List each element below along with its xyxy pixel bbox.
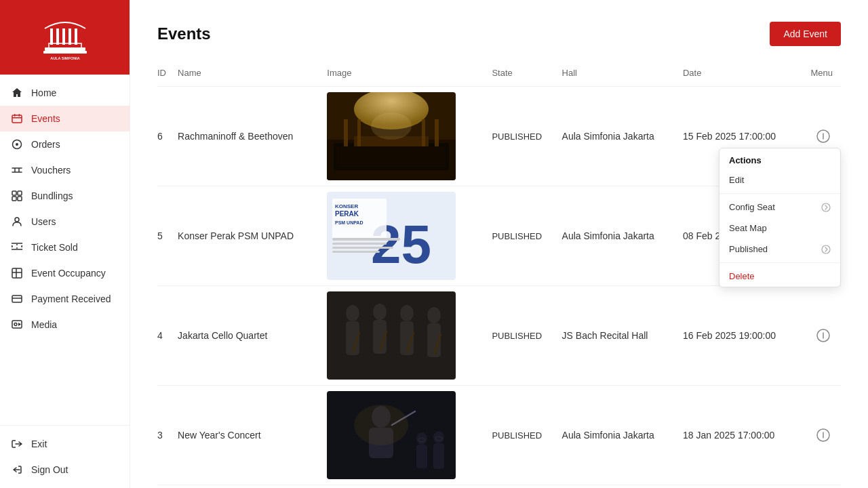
- context-menu-edit[interactable]: Edit: [719, 169, 840, 190]
- sidebar-item-media[interactable]: Media: [0, 312, 130, 338]
- sidebar-item-ticket-sold-label: Ticket Sold: [31, 242, 78, 253]
- svg-point-72: [416, 432, 427, 445]
- sidebar-item-event-occupancy[interactable]: Event Occupancy: [0, 260, 130, 286]
- new-year-image: [327, 391, 456, 479]
- svg-rect-49: [332, 251, 380, 253]
- sidebar-item-ticket-sold[interactable]: Ticket Sold: [0, 235, 130, 260]
- event-image-1: 25 KONSER PERAK PSM UNPAD: [327, 192, 456, 280]
- context-menu-seat-map-label: Seat Map: [729, 223, 767, 233]
- svg-rect-17: [12, 197, 16, 201]
- occupancy-icon: [11, 267, 23, 279]
- event-image-cell: 25 KONSER PERAK PSM UNPAD: [327, 186, 492, 286]
- svg-rect-73: [416, 445, 427, 468]
- context-menu-published[interactable]: Published: [719, 239, 840, 260]
- event-image-3: [327, 391, 456, 479]
- cello-quartet-image: [327, 291, 456, 380]
- concert-hall-image: [327, 92, 456, 180]
- context-menu: Actions Edit Config Seat Seat Map Publis…: [719, 148, 841, 287]
- payment-icon: [11, 293, 23, 305]
- event-image-0: [327, 92, 456, 180]
- col-hall: Hall: [562, 62, 683, 87]
- event-image-cell: [327, 286, 492, 386]
- sidebar-item-payment-received[interactable]: Payment Received: [0, 286, 130, 312]
- svg-rect-33: [344, 119, 348, 146]
- row-menu-button-0[interactable]: [814, 127, 833, 146]
- svg-rect-12: [19, 114, 20, 117]
- sidebar-item-users[interactable]: Users: [0, 209, 130, 235]
- event-image-cell: [327, 87, 492, 186]
- sidebar-item-sign-out[interactable]: Sign Out: [0, 457, 130, 483]
- vouchers-icon: [11, 164, 23, 176]
- sidebar-item-orders[interactable]: Orders: [0, 131, 130, 157]
- event-state: PUBLISHED: [492, 186, 561, 286]
- sidebar-item-users-label: Users: [31, 216, 56, 227]
- svg-text:KONSER: KONSER: [335, 203, 358, 209]
- sidebar-item-exit[interactable]: Exit: [0, 431, 130, 457]
- svg-rect-5: [68, 28, 71, 45]
- svg-rect-4: [62, 28, 65, 45]
- context-menu-published-label: Published: [729, 244, 768, 254]
- svg-text:PERAK: PERAK: [335, 210, 359, 218]
- page-header: Events Add Event: [157, 22, 841, 46]
- event-state: PUBLISHED: [492, 286, 561, 386]
- sidebar-item-events-label: Events: [31, 113, 60, 124]
- svg-rect-46: [332, 238, 400, 241]
- col-name: Name: [178, 62, 327, 87]
- add-event-button[interactable]: Add Event: [770, 22, 841, 46]
- event-name: Konser Perak PSM UNPAD: [178, 186, 327, 286]
- event-hall: Aula Simfonia Jakarta: [562, 186, 683, 286]
- ticket-icon: [11, 241, 23, 253]
- konser-perak-image: 25 KONSER PERAK PSM UNPAD: [327, 192, 456, 280]
- sidebar-item-exit-label: Exit: [31, 439, 47, 449]
- event-name: New Year's Concert: [178, 386, 327, 485]
- context-menu-seat-map[interactable]: Seat Map: [719, 218, 840, 239]
- sidebar-item-home-label: Home: [31, 87, 56, 98]
- sidebar-item-vouchers[interactable]: Vouchers: [0, 157, 130, 183]
- events-icon: [11, 113, 23, 125]
- menu-circle-icon: [816, 329, 830, 342]
- col-menu: Menu: [804, 62, 841, 87]
- context-menu-divider-2: [719, 262, 840, 263]
- event-id: 4: [157, 286, 178, 386]
- svg-rect-36: [435, 119, 439, 146]
- signout-icon: [11, 464, 23, 476]
- context-menu-config-seat-label: Config Seat: [729, 202, 775, 212]
- event-state: PUBLISHED: [492, 386, 561, 485]
- media-icon: [11, 319, 23, 331]
- main-content: Events Add Event ID Name Image State Hal…: [130, 0, 868, 488]
- sidebar-item-home[interactable]: Home: [0, 80, 130, 106]
- svg-rect-47: [332, 243, 387, 245]
- svg-rect-3: [56, 28, 59, 45]
- sidebar-logo: AULA SIMFONIA: [0, 0, 130, 75]
- sidebar-item-payment-received-label: Payment Received: [31, 293, 111, 304]
- svg-point-81: [822, 203, 830, 211]
- event-menu-cell: [804, 286, 841, 386]
- context-menu-delete-label: Delete: [729, 271, 755, 281]
- event-name: Jakarta Cello Quartet: [178, 286, 327, 386]
- sidebar-item-events[interactable]: Events: [0, 106, 130, 131]
- svg-rect-31: [337, 146, 446, 167]
- sidebar-nav: Home Events Orders Vouchers: [0, 75, 130, 425]
- event-date: 18 Jan 2025 17:00:00: [683, 386, 804, 485]
- svg-rect-11: [14, 114, 16, 117]
- svg-rect-22: [12, 268, 22, 278]
- svg-point-19: [15, 218, 19, 222]
- svg-rect-34: [357, 119, 361, 146]
- sidebar-item-event-occupancy-label: Event Occupancy: [31, 268, 106, 279]
- event-id: 6: [157, 87, 178, 186]
- sidebar-item-bundlings[interactable]: Bundlings: [0, 183, 130, 209]
- context-menu-divider-1: [719, 193, 840, 194]
- svg-rect-7: [43, 51, 87, 54]
- exit-icon: [11, 438, 23, 450]
- row-menu-button-2[interactable]: [814, 326, 833, 345]
- svg-rect-35: [422, 119, 425, 146]
- context-menu-config-seat[interactable]: Config Seat: [719, 197, 840, 218]
- svg-rect-6: [75, 28, 77, 45]
- context-menu-delete[interactable]: Delete: [719, 266, 840, 287]
- col-date: Date: [683, 62, 804, 87]
- svg-rect-23: [12, 296, 22, 302]
- row-menu-button-3[interactable]: [814, 426, 833, 445]
- svg-rect-2: [50, 28, 53, 45]
- menu-circle-icon: [816, 428, 830, 442]
- svg-point-74: [433, 431, 444, 443]
